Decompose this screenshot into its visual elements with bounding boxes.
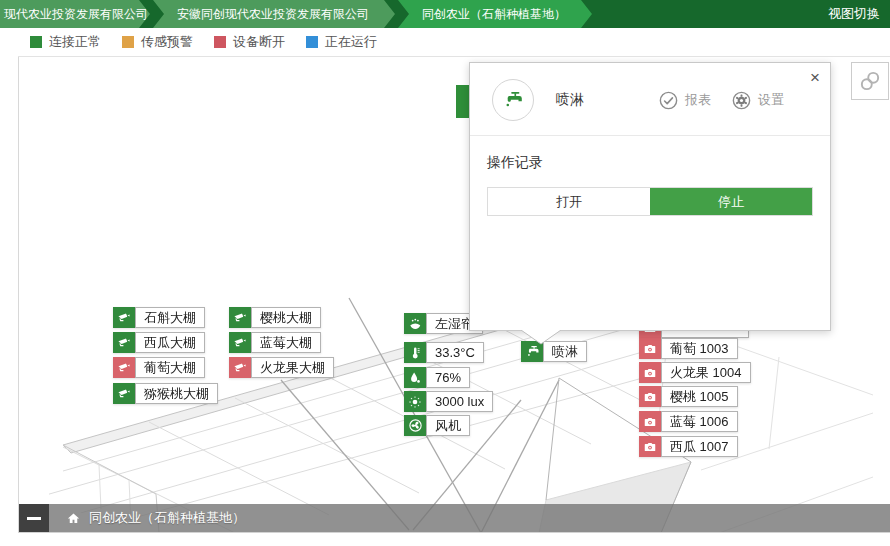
collapse-button[interactable]	[19, 504, 49, 532]
settings-button[interactable]: 设置	[731, 90, 784, 111]
device-popup: 喷淋 报表 设置 × 操作记录 打开 停止	[469, 62, 831, 331]
light-icon	[404, 391, 426, 412]
orange-status-swatch	[122, 36, 134, 48]
agri-monitor-app: 现代农业投资发展有限公司 安徽同创现代农业投资发展有限公司 同创农业（石斛种植基…	[0, 0, 890, 546]
humidity-icon	[404, 367, 426, 388]
camera-label-text: 葡萄 1003	[661, 338, 738, 359]
sensor-label-text: 33.3°C	[426, 342, 484, 363]
sensor-label-text: 风机	[426, 415, 470, 436]
legend-label: 正在运行	[325, 33, 377, 51]
share-link-button[interactable]	[851, 62, 889, 100]
cctv-camera-icon	[113, 357, 135, 378]
popup-body: 操作记录 打开 停止	[470, 136, 830, 216]
greenhouse-label-text: 火龙果大棚	[251, 357, 334, 378]
sensor-label-text: 76%	[426, 367, 470, 388]
camera-label-text: 西瓜 1007	[661, 436, 738, 457]
thermometer-icon	[404, 342, 426, 363]
greenhouse-label-xigua[interactable]: 西瓜大棚	[113, 332, 205, 353]
photo-camera-icon	[639, 436, 661, 457]
camera-label-text: 火龙果 1004	[661, 362, 751, 383]
cctv-camera-icon	[113, 383, 135, 404]
greenhouse-label-putao[interactable]: 葡萄大棚	[113, 357, 205, 378]
camera-label-text: 樱桃 1005	[661, 386, 738, 407]
photo-camera-icon	[639, 411, 661, 432]
sensor-label-light[interactable]: 3000 lux	[404, 391, 493, 412]
link-icon	[858, 69, 882, 93]
cctv-camera-icon	[113, 307, 135, 328]
camera-label-putao-1003[interactable]: 葡萄 1003	[639, 338, 738, 359]
legend-item-sensor-warning: 传感预警	[122, 33, 193, 51]
legend-label: 设备断开	[233, 33, 285, 51]
green-status-swatch	[30, 36, 42, 48]
cctv-camera-icon	[229, 332, 251, 353]
breadcrumb-item-company[interactable]: 现代农业投资发展有限公司	[0, 0, 150, 28]
sensor-label-fan[interactable]: 风机	[404, 415, 470, 436]
sensor-label-humidity[interactable]: 76%	[404, 367, 470, 388]
popup-header: 喷淋 报表 设置 ×	[470, 63, 830, 135]
cctv-camera-icon	[229, 357, 251, 378]
camera-label-lanmei-1006[interactable]: 蓝莓 1006	[639, 411, 738, 432]
wet-curtain-icon	[404, 313, 426, 334]
breadcrumb: 现代农业投资发展有限公司 安徽同创现代农业投资发展有限公司 同创农业（石斛种植基…	[0, 0, 890, 28]
report-check-icon	[658, 90, 679, 111]
sensor-label-temperature[interactable]: 33.3°C	[404, 342, 484, 363]
popup-actions: 报表 设置	[658, 90, 784, 111]
device-avatar	[492, 79, 534, 121]
greenhouse-label-text: 石斛大棚	[135, 307, 205, 328]
camera-label-xigua-1007[interactable]: 西瓜 1007	[639, 436, 738, 457]
cctv-camera-icon	[113, 332, 135, 353]
greenhouse-label-huolongguo[interactable]: 火龙果大棚	[229, 357, 334, 378]
scene-viewport[interactable]: 石斛大棚 西瓜大棚 葡萄大棚 猕猴桃大棚 樱桃大棚 蓝莓大棚 火龙果大棚	[18, 57, 890, 533]
cctv-camera-icon	[229, 307, 251, 328]
sensor-label-text: 3000 lux	[426, 391, 493, 412]
breadcrumb-item-base[interactable]: 同创农业（石斛种植基地）	[398, 0, 592, 28]
photo-camera-icon	[639, 386, 661, 407]
home-button[interactable]	[66, 511, 81, 526]
legend-item-disconnected: 设备断开	[214, 33, 285, 51]
greenhouse-label-text: 西瓜大棚	[135, 332, 205, 353]
report-label: 报表	[685, 91, 711, 109]
greenhouse-label-yingtao[interactable]: 樱桃大棚	[229, 307, 321, 328]
report-button[interactable]: 报表	[658, 90, 711, 111]
photo-camera-icon	[639, 362, 661, 383]
scene-title: 同创农业（石斛种植基地）	[89, 509, 245, 527]
scene-bottom-bar: 同创农业（石斛种植基地）	[19, 504, 890, 532]
legend-item-running: 正在运行	[306, 33, 377, 51]
breadcrumb-item-subcompany[interactable]: 安徽同创现代农业投资发展有限公司	[153, 0, 395, 28]
faucet-icon	[502, 89, 524, 111]
view-switch-button[interactable]: 视图切换	[818, 0, 890, 28]
hidden-device-icon	[456, 85, 470, 118]
greenhouse-label-text: 葡萄大棚	[135, 357, 205, 378]
legend-label: 连接正常	[49, 33, 101, 51]
stop-button[interactable]: 停止	[650, 188, 812, 215]
operation-buttons: 打开 停止	[487, 187, 813, 216]
breadcrumb-spacer	[592, 0, 818, 28]
camera-label-text: 蓝莓 1006	[661, 411, 738, 432]
settings-gear-icon	[731, 90, 752, 111]
camera-label-yingtao-1005[interactable]: 樱桃 1005	[639, 386, 738, 407]
operation-record-title: 操作记录	[487, 154, 813, 172]
greenhouse-label-mihoutao[interactable]: 猕猴桃大棚	[113, 383, 218, 404]
status-legend: 连接正常 传感预警 设备断开 正在运行	[18, 28, 890, 57]
open-button[interactable]: 打开	[488, 188, 650, 215]
red-status-swatch	[214, 36, 226, 48]
greenhouse-label-text: 樱桃大棚	[251, 307, 321, 328]
close-icon[interactable]: ×	[810, 69, 820, 86]
popup-callout-arrow	[519, 330, 563, 346]
greenhouse-label-shihu[interactable]: 石斛大棚	[113, 307, 205, 328]
legend-label: 传感预警	[141, 33, 193, 51]
blue-status-swatch	[306, 36, 318, 48]
minus-icon	[27, 517, 41, 520]
camera-label-huolongguo-1004[interactable]: 火龙果 1004	[639, 362, 751, 383]
home-icon	[66, 511, 81, 526]
fan-icon	[404, 415, 426, 436]
settings-label: 设置	[758, 91, 784, 109]
popup-title: 喷淋	[556, 91, 584, 109]
legend-item-connected: 连接正常	[30, 33, 101, 51]
greenhouse-label-lanmei[interactable]: 蓝莓大棚	[229, 332, 321, 353]
greenhouse-label-text: 猕猴桃大棚	[135, 383, 218, 404]
greenhouse-label-text: 蓝莓大棚	[251, 332, 321, 353]
photo-camera-icon	[639, 338, 661, 359]
